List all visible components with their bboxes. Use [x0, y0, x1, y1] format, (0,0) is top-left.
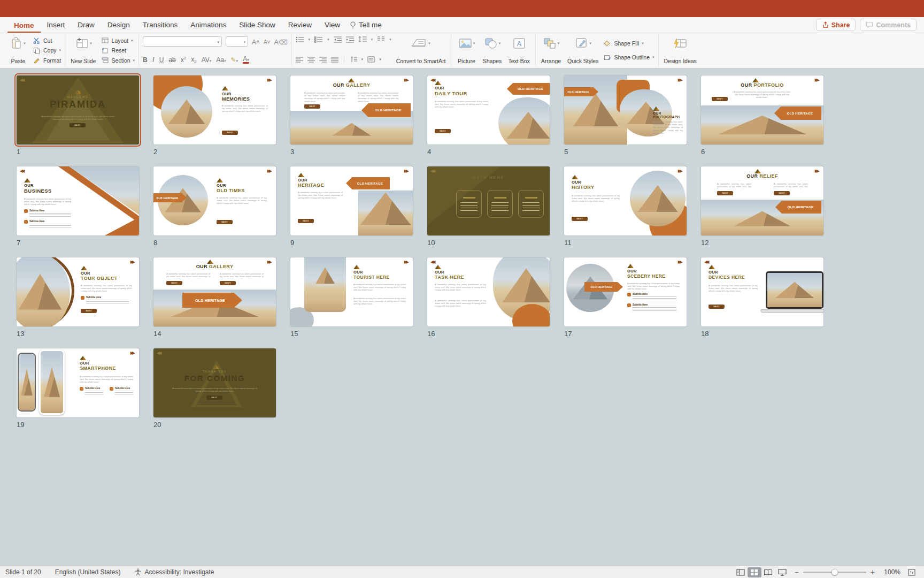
font-name-combo[interactable]: ▾	[143, 36, 222, 47]
shapes-button[interactable]: ▾ Shapes	[481, 35, 503, 66]
tab-transitions[interactable]: Transitions	[136, 21, 184, 33]
slide-thumbnail-16[interactable]: OURTASK HEREA wonderful serenity has tak…	[427, 257, 550, 326]
accessibility-status[interactable]: Accessibility: Investigate	[134, 568, 214, 576]
align-text-icon[interactable]	[367, 56, 375, 63]
slide-title-line1: OUR	[435, 270, 444, 275]
comments-button[interactable]: Comments	[860, 19, 917, 31]
reading-view-button[interactable]	[761, 567, 775, 577]
slide-thumbnail-17[interactable]: OLD HERITAGEOURSCEBERY HEREA wonderful s…	[564, 257, 687, 326]
justify-icon[interactable]	[331, 57, 338, 63]
old-heritage-badge: OLD HERITAGE	[775, 201, 821, 214]
slide-thumbnail-9[interactable]: OLD HERITAGEOURHERITAGEA wonderful seren…	[290, 166, 413, 235]
slide-title: OURGALLERY	[153, 264, 276, 269]
slide-thumbnail-20[interactable]: THANK YOUFOR COMINGA wonderful serenity …	[153, 348, 276, 417]
decrease-indent-icon[interactable]	[334, 36, 342, 43]
quick-styles-button[interactable]: ▾ Quick Styles	[566, 35, 600, 66]
slide-thumbnail-2[interactable]: ▶▶OURMEMORIESA wonderful serenity has ta…	[153, 75, 276, 144]
subscript-button[interactable]: x2	[191, 56, 196, 64]
align-left-icon[interactable]	[296, 57, 303, 63]
cut-button[interactable]: Cut	[33, 36, 61, 44]
slide-number: 12	[701, 239, 823, 247]
zoom-slider[interactable]	[803, 572, 866, 573]
italic-button[interactable]: I	[152, 56, 155, 64]
tab-slide-show[interactable]: Slide Show	[233, 21, 282, 33]
slide-thumbnail-15[interactable]: OURTOURIST HEREA wonderful serenity has …	[290, 257, 413, 326]
ribbon-group-paragraph: ▾ ▾ ▾ ▾ ▾ ▾ ▾ Convert to SmartArt	[292, 35, 452, 66]
numbering-icon[interactable]	[314, 36, 323, 43]
tab-insert[interactable]: Insert	[41, 21, 72, 33]
text-direction-icon[interactable]	[350, 56, 357, 63]
fit-slide-button[interactable]	[905, 567, 919, 577]
slide-number: 19	[17, 421, 139, 429]
slide-thumbnail-10[interactable]: DATA HERE◀◀	[427, 166, 550, 235]
highlight-button[interactable]: ✎▾	[231, 56, 238, 64]
share-button[interactable]: Share	[816, 19, 856, 31]
slide-thumbnail-6[interactable]: OLD HERITAGEOURPORTFOLIOA wonderful sere…	[701, 75, 823, 144]
zoom-slider-handle[interactable]	[831, 569, 838, 576]
section-button[interactable]: Section▾	[101, 56, 135, 64]
format-label: Format	[43, 57, 61, 64]
slide-thumbnail-7[interactable]: OURBUSINESSA wonderful serenity has take…	[17, 166, 139, 235]
paste-button[interactable]: ▾ Paste	[7, 35, 29, 66]
shape-fill-button[interactable]: Shape Fill▾	[603, 40, 654, 48]
slide-thumbnail-3[interactable]: OLD HERITAGEOURGALLERYA wonderful sereni…	[290, 75, 413, 144]
slide-thumbnail-18[interactable]: OURDEVICES HEREA wonderful serenity has …	[701, 257, 823, 326]
font-size-combo[interactable]: ▾	[226, 36, 248, 47]
share-label: Share	[831, 21, 850, 29]
tab-draw[interactable]: Draw	[71, 21, 101, 33]
slide-sorter-view-button[interactable]	[748, 567, 761, 577]
tab-animations[interactable]: Animations	[184, 21, 233, 33]
strikethrough-button[interactable]: ab	[168, 56, 175, 64]
slideshow-view-button[interactable]	[775, 567, 789, 577]
reset-button[interactable]: Reset	[101, 47, 135, 55]
tab-design[interactable]: Design	[101, 21, 136, 33]
arrange-button[interactable]: ▾ Arrange	[540, 35, 563, 66]
tab-review[interactable]: Review	[282, 21, 318, 33]
change-case-button[interactable]: Aa▾	[216, 56, 226, 64]
bold-button[interactable]: B	[143, 56, 148, 64]
slide-thumbnail-19[interactable]: OURSMARTPHONEA wonderful serenity has ta…	[17, 348, 139, 417]
superscript-button[interactable]: x2	[181, 56, 186, 64]
text-box-button[interactable]: A Text Box	[506, 35, 531, 66]
zoom-out-button[interactable]: −	[795, 568, 799, 576]
design-ideas-button[interactable]: Design Ideas	[663, 35, 698, 66]
language-indicator[interactable]: English (United States)	[55, 568, 121, 576]
slide-thumbnail-11[interactable]: OURHISTORYA wonderful serenity has taken…	[564, 166, 687, 235]
zoom-percentage[interactable]: 100%	[880, 568, 900, 576]
align-right-icon[interactable]	[319, 57, 327, 63]
tab-view[interactable]: View	[318, 21, 346, 33]
slide-thumbnail-5[interactable]: OLD HERITAGEOURPHOTOGRAPHA wonderful ser…	[564, 75, 687, 144]
columns-icon[interactable]	[377, 36, 385, 43]
slide-number: 3	[290, 148, 413, 156]
format-button[interactable]: Format	[33, 56, 61, 64]
slide-thumbnail-1[interactable]: WELCOMEPIRAMIDAA wonderful serenity has …	[17, 75, 139, 144]
slide-thumbnail-8[interactable]: OLD HERITAGEOUROLD TIMESA wonderful sere…	[153, 166, 276, 235]
slide-sorter-canvas[interactable]: WELCOMEPIRAMIDAA wonderful serenity has …	[0, 69, 924, 566]
new-slide-button[interactable]: ▾ New Slide	[69, 35, 97, 66]
slide-thumbnail-12[interactable]: OLD HERITAGEOURRELIEFA wonderful serenit…	[701, 166, 823, 235]
normal-view-button[interactable]	[734, 567, 748, 577]
shape-outline-button[interactable]: Shape Outline▾	[603, 54, 654, 62]
character-spacing-button[interactable]: AV▾	[202, 56, 212, 64]
slide-thumbnail-4[interactable]: OLD HERITAGEOURDAILY TOURA wonderful ser…	[427, 75, 550, 144]
increase-font-icon[interactable]: A˄	[252, 37, 260, 46]
slide-thumbnail-13[interactable]: OURTOUR OBJECTA wonderful serenity has t…	[17, 257, 139, 326]
layout-button[interactable]: Layout▾	[101, 36, 135, 44]
bullets-icon[interactable]	[296, 36, 304, 43]
slide-number: 7	[17, 239, 139, 247]
line-spacing-icon[interactable]	[358, 36, 367, 43]
tab-home[interactable]: Home	[7, 21, 41, 33]
tab-tell-me[interactable]: Tell me	[346, 21, 388, 33]
align-center-icon[interactable]	[307, 57, 315, 63]
underline-button[interactable]: U	[159, 56, 164, 64]
clear-formatting-icon[interactable]: A⌫	[274, 37, 288, 46]
zoom-in-button[interactable]: +	[871, 568, 875, 576]
picture-button[interactable]: ▾ Picture	[455, 35, 478, 66]
copy-button[interactable]: Copy▾	[33, 47, 61, 55]
increase-indent-icon[interactable]	[346, 36, 354, 43]
decrease-font-icon[interactable]: A˅	[264, 38, 271, 45]
slide-number: 4	[427, 148, 550, 156]
font-color-button[interactable]: A▾	[243, 56, 249, 64]
convert-smartart-button[interactable]: ▾ Convert to SmartArt	[395, 35, 448, 66]
slide-thumbnail-14[interactable]: OLD HERITAGEOURGALLERYA wonderful sereni…	[153, 257, 276, 326]
